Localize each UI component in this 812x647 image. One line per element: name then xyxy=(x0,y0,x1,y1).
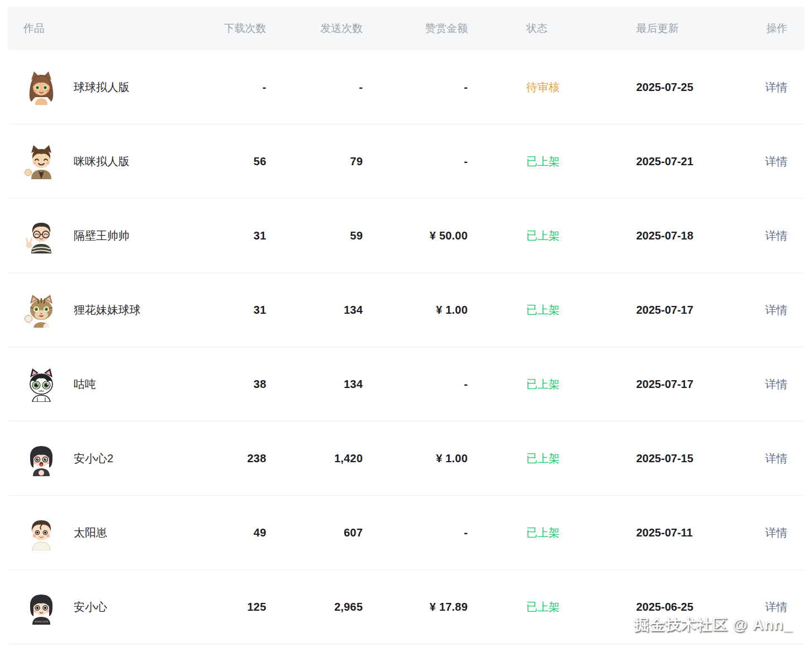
last-updated: 2025-07-21 xyxy=(636,155,763,168)
work-cell: GOOD LUCK 安小心 xyxy=(8,589,203,625)
work-avatar-image xyxy=(23,218,59,253)
sends-count: 79 xyxy=(266,155,363,168)
tip-amount: ¥ 17.89 xyxy=(363,601,468,614)
work-avatar-image xyxy=(23,366,59,402)
sends-count: 2,965 xyxy=(266,601,363,614)
work-avatar-image xyxy=(23,515,59,550)
downloads-count: 125 xyxy=(203,601,266,614)
table-body: 球球拟人版 - - - 待审核 2025-07-25 详情 咪咪拟人版 56 7… xyxy=(8,50,804,644)
last-updated: 2025-07-11 xyxy=(636,526,763,539)
status-badge: 已上架 xyxy=(468,303,636,318)
detail-link[interactable]: 详情 xyxy=(765,155,787,167)
detail-link[interactable]: 详情 xyxy=(765,81,787,93)
sends-count: 1,420 xyxy=(266,452,363,465)
work-avatar-image xyxy=(23,440,59,476)
sends-count: - xyxy=(266,81,363,94)
status-badge: 待审核 xyxy=(468,80,636,95)
last-updated: 2025-07-17 xyxy=(636,304,763,317)
tip-amount: - xyxy=(363,155,468,168)
detail-link[interactable]: 详情 xyxy=(765,229,787,242)
column-header-sends: 发送次数 xyxy=(266,21,363,36)
column-header-work: 作品 xyxy=(8,21,203,36)
detail-link[interactable]: 详情 xyxy=(765,304,787,316)
table-header-row: 作品 下载次数 发送次数 赞赏金额 状态 最后更新 操作 xyxy=(8,7,804,50)
work-name: 狸花妹妹球球 xyxy=(74,303,141,318)
last-updated: 2025-07-25 xyxy=(636,81,763,94)
work-avatar-image xyxy=(23,69,59,105)
downloads-count: 31 xyxy=(203,229,266,242)
work-cell: 咕吨 xyxy=(8,366,203,402)
column-header-updated: 最后更新 xyxy=(636,21,763,36)
work-name: 球球拟人版 xyxy=(74,80,129,95)
table-row: 球球拟人版 - - - 待审核 2025-07-25 详情 xyxy=(8,50,804,124)
table-row: 狸花妹妹球球 31 134 ¥ 1.00 已上架 2025-07-17 详情 xyxy=(8,273,804,347)
status-badge: 已上架 xyxy=(468,377,636,392)
status-badge: 已上架 xyxy=(468,154,636,169)
work-cell: 安小心2 xyxy=(8,440,203,476)
work-name: 咕吨 xyxy=(74,377,96,392)
works-table: 作品 下载次数 发送次数 赞赏金额 状态 最后更新 操作 球球拟人版 - - -… xyxy=(8,7,804,644)
work-avatar-image xyxy=(23,143,59,179)
work-avatar-image: GOOD LUCK xyxy=(23,589,59,625)
column-header-amount: 赞赏金额 xyxy=(363,21,468,36)
detail-link[interactable]: 详情 xyxy=(765,452,787,464)
sends-count: 134 xyxy=(266,378,363,391)
tip-amount: ¥ 1.00 xyxy=(363,452,468,465)
downloads-count: 49 xyxy=(203,526,266,539)
work-cell: 球球拟人版 xyxy=(8,69,203,105)
detail-link[interactable]: 详情 xyxy=(765,378,787,390)
status-badge: 已上架 xyxy=(468,600,636,615)
work-name: 隔壁王帅帅 xyxy=(74,228,129,243)
column-header-status: 状态 xyxy=(468,21,636,36)
table-row: GOOD LUCK 安小心 125 2,965 ¥ 17.89 已上架 2025… xyxy=(8,570,804,644)
work-name: 太阳崽 xyxy=(74,525,107,540)
status-badge: 已上架 xyxy=(468,451,636,466)
work-cell: 太阳崽 xyxy=(8,515,203,550)
table-row: 太阳崽 49 607 - 已上架 2025-07-11 详情 xyxy=(8,496,804,570)
work-name: 安小心 xyxy=(74,600,107,615)
tip-amount: - xyxy=(363,378,468,391)
svg-text:GOOD LUCK: GOOD LUCK xyxy=(34,620,48,623)
table-row: 咪咪拟人版 56 79 - 已上架 2025-07-21 详情 xyxy=(8,124,804,199)
last-updated: 2025-06-25 xyxy=(636,601,763,614)
sends-count: 59 xyxy=(266,229,363,242)
detail-link[interactable]: 详情 xyxy=(765,526,787,539)
last-updated: 2025-07-15 xyxy=(636,452,763,465)
work-name: 咪咪拟人版 xyxy=(74,154,129,169)
last-updated: 2025-07-18 xyxy=(636,229,763,242)
sends-count: 134 xyxy=(266,304,363,317)
work-avatar-image xyxy=(23,292,59,328)
detail-link[interactable]: 详情 xyxy=(765,601,787,613)
downloads-count: 56 xyxy=(203,155,266,168)
downloads-count: 238 xyxy=(203,452,266,465)
work-cell: 咪咪拟人版 xyxy=(8,143,203,179)
downloads-count: - xyxy=(203,81,266,94)
column-header-downloads: 下载次数 xyxy=(203,21,266,36)
status-badge: 已上架 xyxy=(468,525,636,540)
work-cell: 狸花妹妹球球 xyxy=(8,292,203,328)
tip-amount: ¥ 50.00 xyxy=(363,229,468,242)
status-badge: 已上架 xyxy=(468,228,636,243)
sends-count: 607 xyxy=(266,526,363,539)
tip-amount: - xyxy=(363,526,468,539)
last-updated: 2025-07-17 xyxy=(636,378,763,391)
table-row: 隔壁王帅帅 31 59 ¥ 50.00 已上架 2025-07-18 详情 xyxy=(8,199,804,273)
downloads-count: 38 xyxy=(203,378,266,391)
work-cell: 隔壁王帅帅 xyxy=(8,218,203,253)
downloads-count: 31 xyxy=(203,304,266,317)
tip-amount: - xyxy=(363,81,468,94)
tip-amount: ¥ 1.00 xyxy=(363,304,468,317)
column-header-action: 操作 xyxy=(763,21,804,36)
table-row: 咕吨 38 134 - 已上架 2025-07-17 详情 xyxy=(8,347,804,421)
table-row: 安小心2 238 1,420 ¥ 1.00 已上架 2025-07-15 详情 xyxy=(8,421,804,496)
work-name: 安小心2 xyxy=(74,451,113,466)
